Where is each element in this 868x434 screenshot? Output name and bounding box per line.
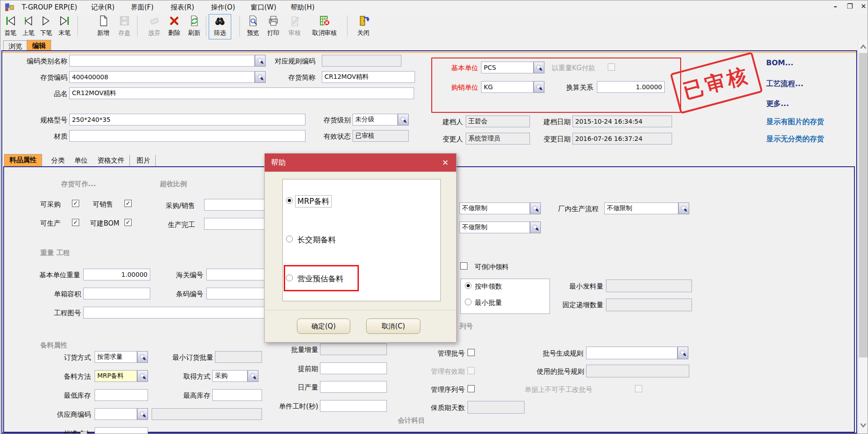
help-dialog-titlebar[interactable]: 帮助 (265, 154, 456, 172)
supplier-lookup-button[interactable] (137, 408, 148, 420)
prep-method-field[interactable]: MRP备料 (95, 370, 137, 382)
toolbar-cancel-audit[interactable]: 取消审核 (305, 15, 343, 39)
conv-field[interactable]: 1.00000 (597, 81, 665, 93)
base-unit-lookup-button[interactable] (534, 62, 544, 73)
code-category-lookup-button[interactable] (255, 55, 266, 67)
factory-flow-field[interactable]: 不做限制 (604, 203, 678, 214)
prep-method-lookup-button[interactable] (137, 370, 148, 382)
creator-label: 建档人 (434, 118, 463, 126)
supplier-code-field[interactable] (95, 408, 137, 420)
min-order-qty-label: 最小订货批量 (160, 353, 213, 362)
can-build-bom-checkbox[interactable] (124, 219, 132, 226)
restriction-1-lookup-button[interactable] (530, 203, 541, 214)
rule-code-field (322, 55, 401, 67)
tab-item-attributes[interactable]: 料品属性 (4, 154, 42, 167)
toolbar-next-record[interactable]: 下笔 (38, 15, 55, 39)
item-short-field[interactable]: CR12MOV精料 (322, 71, 415, 83)
cancel-button[interactable]: 取消(C) (366, 318, 420, 334)
restore-button[interactable]: ❐ (844, 2, 856, 10)
tab-units[interactable]: 单位 (69, 155, 93, 167)
menu-item-record[interactable]: 记录(R) (91, 3, 114, 12)
level-lookup-button[interactable] (398, 114, 409, 125)
menu-item-app[interactable]: T-GROUP ERP(E) (22, 3, 77, 11)
item-name-field[interactable]: CR12MOV精料 (69, 87, 414, 99)
toolbar-prev-record[interactable]: 上笔 (19, 15, 38, 39)
acquire-mode-lookup-button[interactable] (248, 370, 258, 382)
box-volume-field[interactable] (83, 288, 150, 299)
toolbar-new[interactable]: 新增 (93, 15, 113, 39)
tab-images[interactable]: 图片 (132, 155, 156, 167)
can-purchase-checkbox[interactable] (72, 200, 79, 207)
option-mrp-label[interactable]: MRP备料 (296, 196, 331, 207)
customs-code-label: 海关编号 (166, 271, 203, 280)
link-bom[interactable]: BOM... (766, 58, 793, 67)
toolbar-delete[interactable]: 删除 (165, 15, 184, 39)
acquire-mode-field[interactable]: 采购 (212, 370, 248, 382)
factory-flow-lookup-button[interactable] (678, 203, 689, 214)
order-mode-field[interactable]: 按需求量 (95, 351, 137, 363)
batch-rule-lookup-button[interactable] (677, 347, 688, 359)
toolbar-close-form[interactable]: 关闭 (353, 15, 373, 39)
scroll-up-icon[interactable] (858, 43, 868, 51)
menu-item-window[interactable]: 窗口(W) (251, 3, 277, 12)
menu-item-report[interactable]: 报表(R) (171, 3, 194, 12)
link-show-unclassified[interactable]: 显示无分类的存货 (766, 135, 824, 144)
acquire-mode-label: 取得方式 (174, 372, 210, 381)
material-field[interactable] (69, 130, 305, 142)
restriction-2-lookup-button[interactable] (530, 222, 541, 233)
option-long-lead-label[interactable]: 长交期备料 (297, 235, 336, 245)
can-sell-checkbox[interactable] (124, 200, 132, 207)
tab-classification[interactable]: 分类 (46, 155, 70, 167)
scroll-down-icon[interactable] (858, 421, 868, 429)
help-dialog-close-icon[interactable]: ✕ (438, 157, 453, 168)
min-stock-field[interactable] (95, 389, 148, 401)
toolbar-filter[interactable]: 筛选 (210, 15, 230, 39)
link-show-with-images[interactable]: 显示有图片的存货 (766, 117, 824, 127)
std-cost-field[interactable] (95, 427, 148, 434)
trade-unit-label: 购销单位 (439, 83, 478, 92)
issue-by-apply-radio[interactable] (465, 282, 472, 289)
minimize-button[interactable]: – (830, 2, 841, 10)
toolbar-refresh[interactable]: 刷新 (184, 15, 204, 39)
lead-time-field[interactable] (320, 362, 387, 374)
item-code-field[interactable]: 400400008 (69, 71, 255, 83)
batch-rule-field[interactable] (586, 347, 677, 359)
toolbar-first-record[interactable]: 首笔 (1, 15, 19, 39)
tab-qualification-files[interactable]: 资格文件 (92, 155, 130, 167)
trade-unit-field[interactable]: KG (481, 81, 534, 93)
link-process-flow[interactable]: 工艺流程... (766, 79, 803, 89)
restriction-field-1[interactable]: 不做限制 (459, 203, 530, 214)
create-date-field: 2015-10-24 16:34:54 (572, 116, 672, 127)
issue-min-batch-radio[interactable] (465, 299, 472, 305)
manage-batch-checkbox[interactable] (467, 349, 475, 356)
level-field[interactable]: 未分级 (353, 114, 398, 125)
toolbar-print[interactable]: 打印 (264, 15, 283, 39)
scrollbar-thumb[interactable] (859, 53, 868, 357)
link-more[interactable]: 更多... (766, 99, 789, 109)
issue-mode-group (460, 279, 550, 314)
can-produce-checkbox[interactable] (72, 219, 79, 226)
manage-serial-checkbox[interactable] (467, 385, 475, 392)
restriction-field-2[interactable]: 不做限制 (459, 222, 530, 233)
unit-seconds-field[interactable] (320, 400, 387, 412)
option-long-lead-radio[interactable] (286, 236, 293, 242)
spec-field[interactable]: 250*240*35 (69, 114, 305, 125)
menu-item-action[interactable]: 操作(O) (211, 3, 235, 12)
trade-unit-lookup-button[interactable] (534, 81, 544, 93)
max-stock-field[interactable] (212, 389, 262, 401)
order-mode-lookup-button[interactable] (137, 351, 148, 363)
ok-button[interactable]: 确定(Q) (297, 318, 350, 334)
base-unit-field[interactable]: PCS (481, 62, 534, 73)
option-mrp-radio[interactable] (286, 197, 293, 204)
backflush-checkbox[interactable] (460, 262, 467, 270)
daily-output-field[interactable] (320, 381, 387, 393)
menu-item-view[interactable]: 界面(F) (131, 3, 153, 12)
menu-item-help[interactable]: 帮助(H) (291, 3, 315, 12)
toolbar-last-record[interactable]: 末笔 (55, 15, 75, 39)
unit-weight-field[interactable]: 1.00000 (83, 269, 150, 280)
code-category-field[interactable] (69, 55, 255, 67)
toolbar-preview[interactable]: 预览 (243, 15, 263, 39)
delete-x-icon (168, 15, 180, 29)
close-button[interactable]: ✕ (858, 2, 868, 10)
item-code-lookup-button[interactable] (255, 71, 266, 83)
